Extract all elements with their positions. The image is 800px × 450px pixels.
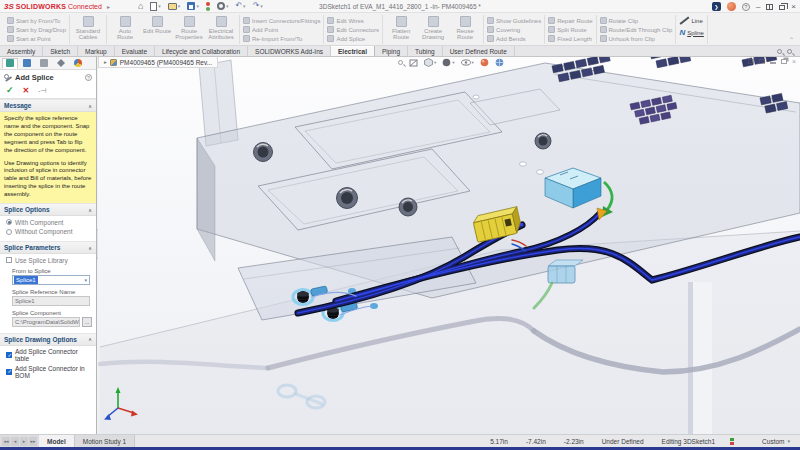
splice-options-header[interactable]: Splice Options∧ [0,203,96,216]
nav-first-icon[interactable]: ◂◂ [2,437,10,446]
ribbon-collapse-caret-icon[interactable]: ⌃ [789,36,794,43]
tab-tubing[interactable]: Tubing [408,46,443,56]
splice-drawing-options-header[interactable]: Splice Drawing Options∧ [0,333,96,346]
propertymanager-tab[interactable] [2,58,18,69]
tab-assembly[interactable]: Assembly [0,46,43,56]
route-properties-button[interactable]: Route Properties [174,15,204,44]
redo-button[interactable]: ↷▾ [253,2,263,10]
splice-component-input[interactable]: C:\ProgramData\SolidWorks\ [12,317,80,327]
nav-prev-icon[interactable]: ◂ [11,437,19,446]
close-button[interactable]: × [791,3,796,11]
start-by-fromto-button[interactable]: Start by From/To [7,16,66,25]
doc-minimize-icon[interactable] [770,62,776,63]
tab-evaluate[interactable]: Evaluate [115,46,155,56]
search-help-icon[interactable] [787,49,792,54]
rotate-clip-button[interactable]: Rotate Clip [600,16,673,25]
without-component-radio[interactable]: Without Component [0,226,96,236]
from-to-splice-dropdown[interactable]: Splice1 ▾ [12,275,90,285]
doc-tile-icon[interactable] [759,59,765,64]
split-route-button[interactable]: Split Route [548,25,592,34]
repair-route-button[interactable]: Repair Route [548,16,592,25]
new-document-button[interactable]: ▾ [150,2,161,11]
graphics-viewport[interactable]: ▸ PM4009465 (PM4009465 Rev... ▾ ▾ ▾ [98,57,800,434]
reimport-fromto-button[interactable]: Re-Import From/To [243,34,320,43]
unhook-from-clip-button[interactable]: Unhook from Clip [600,34,673,43]
standard-cables-button[interactable]: Standard Cables [73,15,103,44]
line-tool-button[interactable]: Line [679,16,703,25]
lifecycle-status-button[interactable] [206,2,210,11]
edit-connectors-button[interactable]: Edit Connectors [327,25,379,34]
view-orientation-button[interactable]: ▾ [424,58,436,67]
window-layout-button[interactable] [766,4,773,10]
featuremanager-tab[interactable] [19,58,35,69]
home-button[interactable]: ⌂ [138,2,143,11]
open-button[interactable]: ▾ [168,3,181,10]
use-splice-library-checkbox[interactable]: Use Splice Library [0,254,96,264]
show-guidelines-button[interactable]: Show Guidelines [487,16,541,25]
tab-lifecycle[interactable]: Lifecycle and Collaboration [155,46,248,56]
flatten-route-button[interactable]: Flatten Route [386,15,416,44]
options-button[interactable]: ▾ [217,2,229,10]
add-splice-button[interactable]: Add Splice [327,34,379,43]
doc-restore-icon[interactable] [781,59,787,64]
undo-button[interactable]: ↶▾ [235,2,245,10]
restore-button[interactable] [779,5,785,10]
zoom-fit-button[interactable] [398,60,403,65]
tab-addins[interactable]: SOLIDWORKS Add-Ins [248,46,331,56]
edit-route-button[interactable]: Edit Route [142,15,172,44]
doc-cascade-icon[interactable] [748,59,754,64]
nav-last-icon[interactable]: ▸▸ [29,437,37,446]
fixed-length-button[interactable]: Fixed Length [548,34,592,43]
scene-button[interactable] [495,58,504,67]
connector-bom-checkbox[interactable]: Add Splice Connector in BOM [0,362,96,379]
spline-tool-button[interactable]: NSpline [679,28,703,37]
browse-button[interactable]: ... [82,317,92,327]
start-by-dragdrop-button[interactable]: Start by Drag/Drop [7,25,66,34]
with-component-radio[interactable]: With Component [0,216,96,226]
hide-show-button[interactable]: ▾ [461,58,474,67]
displaymanager-tab[interactable] [36,58,52,69]
unit-system-selector[interactable]: Custom ▾ [740,438,800,445]
electrical-attributes-button[interactable]: Electrical Attributes [206,15,236,44]
section-view-button[interactable] [409,58,418,67]
minimize-button[interactable]: – [756,3,760,11]
tab-piping[interactable]: Piping [375,46,408,56]
tab-markup[interactable]: Markup [78,46,115,56]
splice-reference-input[interactable]: Splice1 [12,296,90,306]
doc-close-icon[interactable]: × [792,58,796,65]
configuration-tab[interactable] [70,58,86,69]
nav-next-icon[interactable]: ▸ [20,437,28,446]
start-at-point-button[interactable]: Start at Point [7,34,66,43]
ok-button[interactable]: ✓ [6,86,14,95]
reuse-route-button[interactable]: Reuse Route [450,15,480,44]
feature-tree-flyout[interactable]: ▸ PM4009465 (PM4009465 Rev... [98,57,218,68]
edit-appearance-button[interactable] [480,58,489,67]
3dexperience-icon[interactable]: ❯ [712,2,721,11]
save-button[interactable]: ▾ [187,2,199,10]
menu-expand-arrow-icon[interactable]: ▸ [107,3,110,10]
covering-button[interactable]: Covering [487,25,541,34]
flyout-expand-arrow-icon[interactable]: ▸ [104,59,107,65]
tab-user-defined-route[interactable]: User Defined Route [443,46,515,56]
tab-sketch[interactable]: Sketch [43,46,78,56]
cancel-button[interactable]: ✕ [23,86,30,95]
tab-electrical[interactable]: Electrical [331,46,375,56]
dimxpert-tab[interactable] [53,58,69,69]
create-drawing-button[interactable]: Create Drawing [418,15,448,44]
motion-study-tab[interactable]: Motion Study 1 [75,435,135,447]
add-bends-button[interactable]: Add Bends [487,34,541,43]
panel-help-icon[interactable]: ? [85,74,92,81]
search-commands-icon[interactable] [777,49,782,54]
connector-table-checkbox[interactable]: Add Splice Connector table [0,346,96,363]
route-through-clip-button[interactable]: Route/Edit Through Clip [600,25,673,34]
user-avatar[interactable] [727,2,736,11]
splice-parameters-header[interactable]: Splice Parameters∧ [0,241,96,254]
edit-wires-button[interactable]: Edit Wires [327,16,379,25]
auto-route-button[interactable]: Auto Route [110,15,140,44]
display-style-button[interactable]: ▾ [442,58,454,67]
pin-button[interactable]: -⊣ [38,86,46,95]
insert-connectors-button[interactable]: Insert Connectors/Fittings [243,16,320,25]
help-button[interactable]: ? [742,3,750,11]
message-section-header[interactable]: Message∧ [0,99,96,112]
model-tab[interactable]: Model [39,435,75,447]
